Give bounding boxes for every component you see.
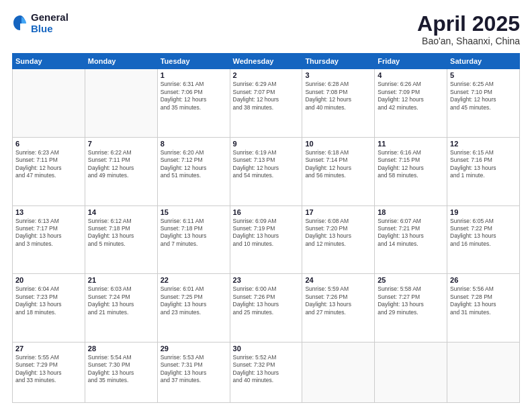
day-number: 12 (450, 140, 517, 148)
day-info: Sunrise: 5:58 AM Sunset: 7:27 PM Dayligh… (378, 285, 444, 316)
table-cell: 10Sunrise: 6:18 AM Sunset: 7:14 PM Dayli… (302, 137, 375, 205)
day-info: Sunrise: 6:15 AM Sunset: 7:16 PM Dayligh… (450, 149, 517, 180)
day-info: Sunrise: 6:25 AM Sunset: 7:10 PM Dayligh… (450, 81, 517, 111)
logo-text: General Blue (31, 12, 69, 34)
day-info: Sunrise: 6:20 AM Sunset: 7:12 PM Dayligh… (161, 149, 227, 180)
day-info: Sunrise: 5:55 AM Sunset: 7:29 PM Dayligh… (15, 354, 82, 385)
header-sunday: Sunday (13, 54, 85, 69)
day-number: 1 (161, 71, 227, 79)
table-cell: 20Sunrise: 6:04 AM Sunset: 7:23 PM Dayli… (13, 274, 85, 342)
day-info: Sunrise: 5:56 AM Sunset: 7:28 PM Dayligh… (450, 285, 517, 316)
header-saturday: Saturday (447, 54, 520, 69)
header-friday: Friday (375, 54, 447, 69)
table-cell (85, 69, 157, 138)
day-number: 8 (161, 140, 227, 148)
day-info: Sunrise: 6:23 AM Sunset: 7:11 PM Dayligh… (15, 149, 82, 180)
table-cell: 23Sunrise: 6:00 AM Sunset: 7:26 PM Dayli… (230, 274, 302, 342)
day-number: 18 (378, 208, 444, 216)
table-cell: 4Sunrise: 6:26 AM Sunset: 7:09 PM Daylig… (375, 69, 447, 138)
header-wednesday: Wednesday (230, 54, 302, 69)
table-cell (302, 342, 375, 402)
table-cell (375, 342, 447, 402)
day-number: 24 (305, 276, 371, 284)
week-row-2: 6Sunrise: 6:23 AM Sunset: 7:11 PM Daylig… (13, 137, 520, 205)
day-number: 14 (88, 208, 154, 216)
day-number: 19 (450, 208, 517, 216)
day-info: Sunrise: 6:12 AM Sunset: 7:18 PM Dayligh… (88, 218, 154, 248)
table-cell: 2Sunrise: 6:29 AM Sunset: 7:07 PM Daylig… (230, 69, 302, 138)
day-info: Sunrise: 6:19 AM Sunset: 7:13 PM Dayligh… (233, 149, 300, 180)
day-number: 11 (378, 140, 444, 148)
day-number: 3 (305, 71, 371, 79)
page: General Blue April 2025 Bao'an, Shaanxi,… (0, 0, 532, 411)
day-number: 10 (305, 140, 371, 148)
weekday-header-row: Sunday Monday Tuesday Wednesday Thursday… (13, 54, 520, 69)
day-number: 16 (233, 208, 300, 216)
table-cell: 28Sunrise: 5:54 AM Sunset: 7:30 PM Dayli… (85, 342, 157, 402)
day-number: 26 (450, 276, 517, 284)
day-info: Sunrise: 6:22 AM Sunset: 7:11 PM Dayligh… (88, 149, 154, 180)
day-number: 2 (233, 71, 300, 79)
day-info: Sunrise: 6:03 AM Sunset: 7:24 PM Dayligh… (88, 285, 154, 316)
table-cell: 17Sunrise: 6:08 AM Sunset: 7:20 PM Dayli… (302, 205, 375, 274)
calendar-title: April 2025 (417, 12, 520, 36)
table-cell: 6Sunrise: 6:23 AM Sunset: 7:11 PM Daylig… (13, 137, 85, 205)
day-number: 6 (15, 140, 82, 148)
calendar-table: Sunday Monday Tuesday Wednesday Thursday… (12, 53, 520, 403)
table-cell: 1Sunrise: 6:31 AM Sunset: 7:06 PM Daylig… (157, 69, 230, 138)
day-info: Sunrise: 6:13 AM Sunset: 7:17 PM Dayligh… (15, 218, 82, 248)
week-row-5: 27Sunrise: 5:55 AM Sunset: 7:29 PM Dayli… (13, 342, 520, 402)
day-info: Sunrise: 6:31 AM Sunset: 7:06 PM Dayligh… (161, 81, 227, 111)
table-cell (447, 342, 520, 402)
day-number: 23 (233, 276, 300, 284)
day-info: Sunrise: 5:53 AM Sunset: 7:31 PM Dayligh… (161, 354, 227, 385)
week-row-4: 20Sunrise: 6:04 AM Sunset: 7:23 PM Dayli… (13, 274, 520, 342)
table-cell: 8Sunrise: 6:20 AM Sunset: 7:12 PM Daylig… (157, 137, 230, 205)
day-number: 7 (88, 140, 154, 148)
day-info: Sunrise: 6:09 AM Sunset: 7:19 PM Dayligh… (233, 218, 300, 248)
day-info: Sunrise: 6:00 AM Sunset: 7:26 PM Dayligh… (233, 285, 300, 316)
header-thursday: Thursday (302, 54, 375, 69)
table-cell: 22Sunrise: 6:01 AM Sunset: 7:25 PM Dayli… (157, 274, 230, 342)
day-info: Sunrise: 5:59 AM Sunset: 7:26 PM Dayligh… (305, 285, 371, 316)
day-number: 20 (15, 276, 82, 284)
table-cell: 9Sunrise: 6:19 AM Sunset: 7:13 PM Daylig… (230, 137, 302, 205)
header-monday: Monday (85, 54, 157, 69)
table-cell: 27Sunrise: 5:55 AM Sunset: 7:29 PM Dayli… (13, 342, 85, 402)
day-info: Sunrise: 6:16 AM Sunset: 7:15 PM Dayligh… (378, 149, 444, 180)
day-number: 13 (15, 208, 82, 216)
logo-general: General (31, 12, 69, 24)
day-number: 4 (378, 71, 444, 79)
logo: General Blue (12, 12, 69, 34)
week-row-3: 13Sunrise: 6:13 AM Sunset: 7:17 PM Dayli… (13, 205, 520, 274)
day-number: 15 (161, 208, 227, 216)
week-row-1: 1Sunrise: 6:31 AM Sunset: 7:06 PM Daylig… (13, 69, 520, 138)
day-info: Sunrise: 6:08 AM Sunset: 7:20 PM Dayligh… (305, 218, 371, 248)
day-info: Sunrise: 6:05 AM Sunset: 7:22 PM Dayligh… (450, 218, 517, 248)
table-cell: 5Sunrise: 6:25 AM Sunset: 7:10 PM Daylig… (447, 69, 520, 138)
day-number: 25 (378, 276, 444, 284)
day-info: Sunrise: 6:07 AM Sunset: 7:21 PM Dayligh… (378, 218, 444, 248)
table-cell: 16Sunrise: 6:09 AM Sunset: 7:19 PM Dayli… (230, 205, 302, 274)
day-number: 17 (305, 208, 371, 216)
day-info: Sunrise: 6:18 AM Sunset: 7:14 PM Dayligh… (305, 149, 371, 180)
day-info: Sunrise: 6:01 AM Sunset: 7:25 PM Dayligh… (161, 285, 227, 316)
day-number: 28 (88, 345, 154, 353)
day-info: Sunrise: 6:28 AM Sunset: 7:08 PM Dayligh… (305, 81, 371, 111)
day-info: Sunrise: 6:29 AM Sunset: 7:07 PM Dayligh… (233, 81, 300, 111)
table-cell: 14Sunrise: 6:12 AM Sunset: 7:18 PM Dayli… (85, 205, 157, 274)
header: General Blue April 2025 Bao'an, Shaanxi,… (12, 12, 520, 46)
day-info: Sunrise: 6:04 AM Sunset: 7:23 PM Dayligh… (15, 285, 82, 316)
day-info: Sunrise: 6:11 AM Sunset: 7:18 PM Dayligh… (161, 218, 227, 248)
day-number: 21 (88, 276, 154, 284)
day-number: 29 (161, 345, 227, 353)
day-info: Sunrise: 6:26 AM Sunset: 7:09 PM Dayligh… (378, 81, 444, 111)
table-cell: 24Sunrise: 5:59 AM Sunset: 7:26 PM Dayli… (302, 274, 375, 342)
day-number: 5 (450, 71, 517, 79)
table-cell: 3Sunrise: 6:28 AM Sunset: 7:08 PM Daylig… (302, 69, 375, 138)
table-cell: 26Sunrise: 5:56 AM Sunset: 7:28 PM Dayli… (447, 274, 520, 342)
title-block: April 2025 Bao'an, Shaanxi, China (417, 12, 520, 46)
table-cell: 29Sunrise: 5:53 AM Sunset: 7:31 PM Dayli… (157, 342, 230, 402)
table-cell: 19Sunrise: 6:05 AM Sunset: 7:22 PM Dayli… (447, 205, 520, 274)
day-number: 22 (161, 276, 227, 284)
